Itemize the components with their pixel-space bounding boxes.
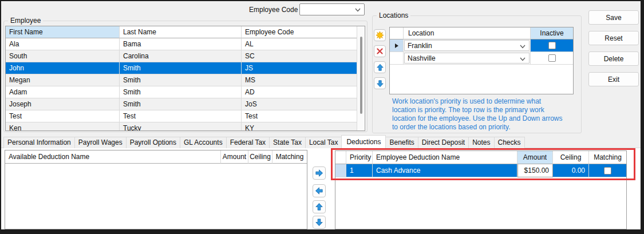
delete-location-button[interactable] [374,45,386,57]
column-header-amount[interactable]: Amount [221,150,248,164]
location-move-up-button[interactable] [374,61,386,73]
employee-grid-scrollbar[interactable] [357,26,365,130]
column-header-ceiling[interactable]: Ceiling [248,150,272,164]
window-content: Employee Code Employee First Name Last N… [1,1,641,229]
tab-notes[interactable]: Notes [468,137,494,148]
tab-personal-information[interactable]: Personal Information [3,137,75,148]
column-header-employee-code[interactable]: Employee Code [242,26,357,38]
left-arrow-icon [315,187,323,195]
inactive-checkbox[interactable] [548,54,556,62]
location-priority-info-text: Work location's priority is used to dete… [392,97,565,132]
tab-checks[interactable]: Checks [494,137,525,148]
employee-row[interactable]: JosephSmithJoS [6,98,357,110]
column-header-matching[interactable]: Matching [589,151,626,164]
tab-local-tax[interactable]: Local Tax [305,137,342,148]
priority-cell: 1 [346,164,373,177]
remove-deduction-button[interactable] [313,184,326,197]
locations-grid: Location Inactive Franklin Nashville [389,27,574,94]
employee-deductions-grid: Priority Employee Deduction Name Amount … [335,150,627,229]
employee-deductions-header: Priority Employee Deduction Name Amount … [335,151,626,164]
locations-group-title: Locations [377,11,410,19]
current-row-arrow-icon [395,43,398,48]
employee-row-partial[interactable]: KenTuckyKY [6,122,357,131]
tab-strip: Personal Information Payroll Wages Payro… [3,135,524,148]
employee-row[interactable]: MeganSmithMS [6,74,357,86]
location-combobox[interactable]: Nashville [404,53,530,64]
new-starburst-icon [376,31,384,39]
scrollbar-thumb[interactable] [360,37,362,114]
tab-payroll-options[interactable]: Payroll Options [126,137,180,148]
chevron-down-icon [355,8,361,12]
up-arrow-icon [376,64,384,72]
column-header-location[interactable]: Location [404,27,531,39]
chevron-down-icon [520,45,526,49]
tab-federal-tax[interactable]: Federal Tax [226,137,270,148]
down-arrow-icon [315,218,323,227]
location-combobox[interactable]: Franklin [404,40,530,51]
available-deductions-grid: Available Deduction Name Amount Ceiling … [5,150,307,229]
deduction-priority-down-button[interactable] [313,216,326,229]
add-deduction-button[interactable] [313,166,326,180]
delete-x-icon [376,47,384,55]
row-selector-cell[interactable] [390,39,404,52]
up-arrow-icon [315,203,323,211]
locations-grid-header: Location Inactive [390,27,573,39]
available-deductions-header: Available Deduction Name Amount Ceiling … [5,150,307,164]
column-header-inactive[interactable]: Inactive [531,27,573,39]
column-header-last-name[interactable]: Last Name [120,26,242,38]
column-header-priority[interactable]: Priority [346,151,373,164]
reset-button[interactable]: Reset [588,31,639,45]
employee-group-title: Employee [8,17,43,25]
deduction-row-selected[interactable]: 1 Cash Advance $150.00 0.00 [335,164,626,177]
row-selector-header [335,151,346,164]
exit-button[interactable]: Exit [588,72,639,86]
row-selector-cell[interactable] [390,52,404,65]
amount-edit-cell[interactable]: $150.00 [517,164,553,177]
row-selector-cell[interactable] [335,164,346,177]
employee-row[interactable]: TestTestTest [6,110,357,122]
deduction-priority-up-button[interactable] [313,200,326,213]
location-row[interactable]: Franklin [390,39,573,52]
save-button[interactable]: Save [588,10,639,25]
chevron-down-icon [520,57,526,61]
tab-payroll-wages[interactable]: Payroll Wages [74,137,127,148]
matching-checkbox[interactable] [604,167,611,174]
column-header-ceiling[interactable]: Ceiling [553,151,589,164]
employee-row-selected[interactable]: JohnSmithJS [6,62,357,74]
employee-row[interactable]: AlaBamaAL [6,38,357,50]
employee-code-label: Employee Code [249,6,298,14]
employee-row[interactable]: AdamSmithAD [6,86,357,98]
column-header-matching[interactable]: Matching [272,150,307,164]
column-header-amount[interactable]: Amount [517,151,553,164]
new-location-button[interactable] [374,29,386,41]
tab-deductions[interactable]: Deductions [341,135,386,148]
location-move-down-button[interactable] [374,77,386,89]
inactive-checkbox[interactable] [548,42,556,49]
column-header-employee-deduction-name[interactable]: Employee Deduction Name [373,151,517,164]
tab-gl-accounts[interactable]: GL Accounts [180,137,227,148]
deduction-name-cell: Cash Advance [373,164,517,177]
row-selector-header [390,27,404,39]
employee-grid-header: First Name Last Name Employee Code [6,26,357,38]
employee-code-combobox[interactable] [299,3,365,15]
ceiling-cell: 0.00 [553,164,589,177]
app-window: Employee Code Employee First Name Last N… [0,0,644,234]
right-arrow-icon [315,169,323,177]
column-header-available-deduction-name[interactable]: Available Deduction Name [5,150,221,164]
tab-state-tax[interactable]: State Tax [269,137,306,148]
employee-grid: First Name Last Name Employee Code AlaBa… [5,26,365,131]
location-row[interactable]: Nashville [390,52,573,65]
tab-direct-deposit[interactable]: Direct Deposit [418,137,469,148]
employee-row[interactable]: SouthCarolinaSC [6,50,357,62]
column-header-first-name[interactable]: First Name [6,26,120,38]
down-arrow-icon [376,80,384,88]
delete-button[interactable]: Delete [588,51,639,66]
tab-benefits[interactable]: Benefits [385,137,418,148]
